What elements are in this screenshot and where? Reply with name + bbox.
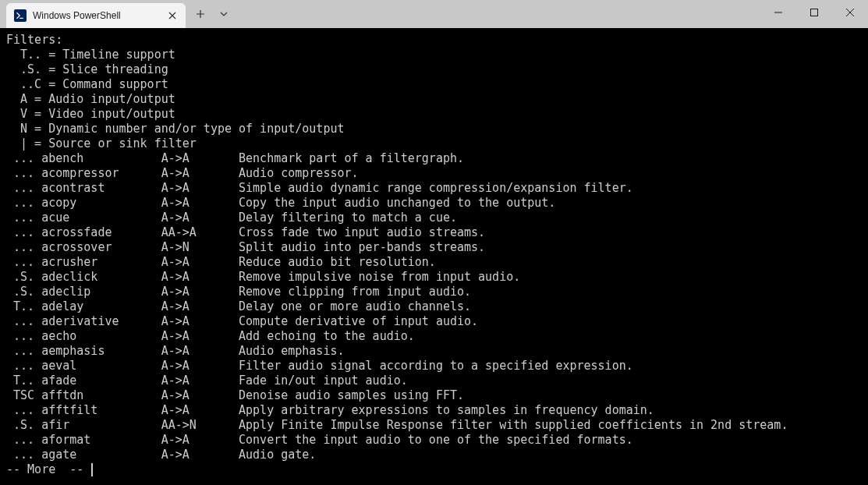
svg-rect-2 <box>811 9 818 16</box>
tab-powershell[interactable]: Windows PowerShell <box>6 3 186 28</box>
tab-strip: Windows PowerShell <box>0 0 236 28</box>
close-button[interactable] <box>832 0 868 25</box>
tab-close-button[interactable] <box>165 9 179 23</box>
window-titlebar: Windows PowerShell <box>0 0 868 28</box>
tab-dropdown-button[interactable] <box>212 2 236 26</box>
powershell-icon <box>14 9 27 22</box>
pager-more-prompt[interactable]: -- More -- <box>6 462 90 476</box>
terminal-output[interactable]: Filters: T.. = Timeline support .S. = Sl… <box>0 28 868 485</box>
new-tab-button[interactable] <box>189 2 212 26</box>
maximize-button[interactable] <box>796 0 832 25</box>
window-controls <box>760 0 868 25</box>
text-cursor <box>91 463 93 476</box>
tab-title: Windows PowerShell <box>33 10 165 21</box>
minimize-button[interactable] <box>760 0 796 25</box>
